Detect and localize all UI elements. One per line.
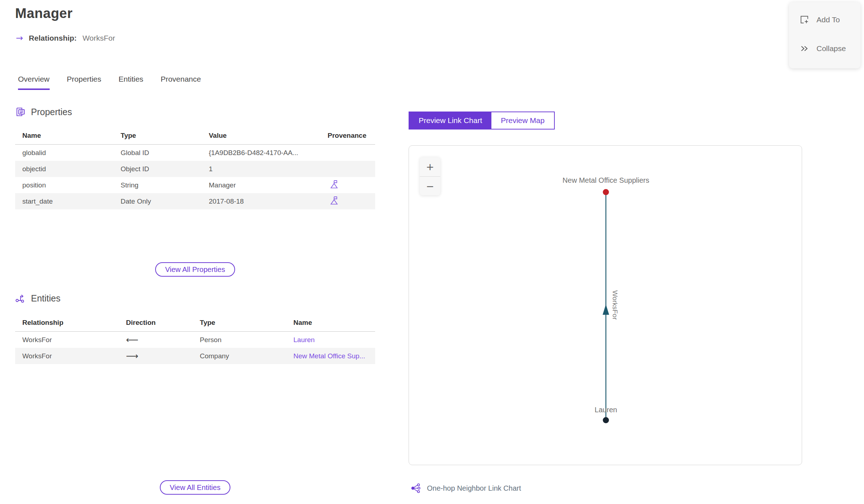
properties-table-header: Name Type Value Provenance: [15, 127, 375, 145]
preview-link-chart-button[interactable]: Preview Link Chart: [409, 112, 491, 129]
prop-provenance: [320, 195, 375, 207]
prop-name: objectid: [15, 165, 113, 173]
add-to-button[interactable]: Add To: [789, 9, 860, 30]
collapse-chevrons-icon: [799, 43, 810, 54]
col-direction: Direction: [119, 319, 193, 327]
link-chart-panel: WorksFor New Metal Office Suppliers Laur…: [409, 145, 802, 465]
tab-bar: Overview Properties Entities Provenance: [18, 75, 201, 90]
prop-value: 2017-08-18: [202, 197, 320, 205]
preview-map-button[interactable]: Preview Map: [491, 112, 554, 129]
properties-table: Name Type Value Provenance globalid Glob…: [15, 127, 375, 209]
edge-arrow-up-icon: [603, 304, 609, 315]
col-type: Type: [193, 319, 286, 327]
add-to-icon: [799, 14, 810, 25]
provenance-flag-icon[interactable]: [329, 195, 339, 205]
col-relationship: Relationship: [15, 319, 119, 327]
actions-panel: Add To Collapse: [789, 2, 860, 68]
entity-name-link[interactable]: Lauren: [286, 336, 375, 344]
provenance-flag-icon[interactable]: [329, 179, 339, 189]
link-chart-canvas[interactable]: WorksFor New Metal Office Suppliers Laur…: [409, 146, 802, 466]
relationship-label: Relationship:: [29, 34, 77, 42]
entities-section-title: Entities: [31, 293, 60, 304]
entity-detail-page: Manager → Relationship: WorksFor Add To: [0, 0, 864, 504]
prop-value: 1: [202, 165, 320, 173]
entity-name-link[interactable]: New Metal Office Sup...: [286, 352, 375, 360]
page-title: Manager: [15, 6, 73, 21]
col-name: Name: [286, 319, 375, 327]
direction-arrow-right-icon: ⟶: [119, 351, 193, 361]
prop-name: position: [15, 181, 113, 189]
prop-value: Manager: [202, 181, 320, 189]
zoom-in-button[interactable]: +: [420, 157, 440, 176]
collapse-label: Collapse: [816, 44, 846, 53]
view-all-entities-wrap: View All Entities: [15, 480, 375, 495]
entities-table: Relationship Direction Type Name WorksFo…: [15, 314, 375, 364]
col-provenance: Provenance: [320, 132, 375, 140]
entity-relationship: WorksFor: [15, 336, 119, 344]
zoom-out-button[interactable]: −: [420, 176, 440, 195]
prop-type: String: [113, 181, 202, 189]
entities-section-header: Entities: [15, 293, 60, 304]
prop-type: Object ID: [113, 165, 202, 173]
one-hop-network-icon: [410, 483, 421, 494]
prop-provenance: [320, 179, 375, 191]
entities-table-header: Relationship Direction Type Name: [15, 314, 375, 332]
prop-name: globalid: [15, 149, 113, 157]
direction-arrow-left-icon: ⟵: [119, 335, 193, 345]
add-to-label: Add To: [816, 15, 840, 24]
table-row: WorksFor ⟶ Company New Metal Office Sup.…: [15, 348, 375, 364]
zoom-control: + −: [420, 157, 440, 195]
table-row: WorksFor ⟵ Person Lauren: [15, 332, 375, 348]
node-company[interactable]: [603, 189, 609, 195]
col-name: Name: [15, 132, 113, 140]
table-row: objectid Object ID 1: [15, 161, 375, 177]
view-all-properties-wrap: View All Properties: [15, 262, 375, 277]
preview-toggle: Preview Link Chart Preview Map: [409, 112, 555, 130]
prop-type: Date Only: [113, 197, 202, 205]
relationship-arrow-icon: →: [16, 33, 23, 43]
collapse-button[interactable]: Collapse: [789, 38, 860, 59]
prop-value: {1A9DB2B6-D482-4170-AA...: [202, 149, 320, 157]
chart-caption-label: One-hop Neighbor Link Chart: [427, 484, 521, 492]
table-row: globalid Global ID {1A9DB2B6-D482-4170-A…: [15, 145, 375, 161]
prop-type: Global ID: [113, 149, 202, 157]
properties-section-header: Properties: [15, 106, 72, 117]
entity-relationship: WorksFor: [15, 352, 119, 360]
view-all-entities-button[interactable]: View All Entities: [160, 480, 231, 495]
entity-type: Company: [193, 352, 286, 360]
relationship-value: WorksFor: [82, 34, 115, 42]
tab-entities[interactable]: Entities: [118, 75, 143, 90]
table-row: position String Manager: [15, 177, 375, 193]
tab-provenance[interactable]: Provenance: [161, 75, 201, 90]
relationship-subtitle: → Relationship: WorksFor: [16, 33, 115, 43]
tab-properties[interactable]: Properties: [67, 75, 102, 90]
node-label-person: Lauren: [595, 406, 617, 414]
entities-graph-icon: [15, 293, 26, 304]
node-label-company: New Metal Office Suppliers: [563, 176, 649, 184]
chart-caption: One-hop Neighbor Link Chart: [410, 483, 521, 494]
properties-popup-icon: [15, 106, 26, 117]
edge-label: WorksFor: [611, 290, 619, 320]
tab-overview[interactable]: Overview: [18, 75, 50, 90]
prop-name: start_date: [15, 197, 113, 205]
view-all-properties-button[interactable]: View All Properties: [155, 262, 235, 277]
table-row: start_date Date Only 2017-08-18: [15, 193, 375, 209]
entity-type: Person: [193, 336, 286, 344]
col-value: Value: [202, 132, 320, 140]
node-person[interactable]: [603, 417, 609, 423]
col-type: Type: [113, 132, 202, 140]
properties-section-title: Properties: [31, 107, 72, 117]
